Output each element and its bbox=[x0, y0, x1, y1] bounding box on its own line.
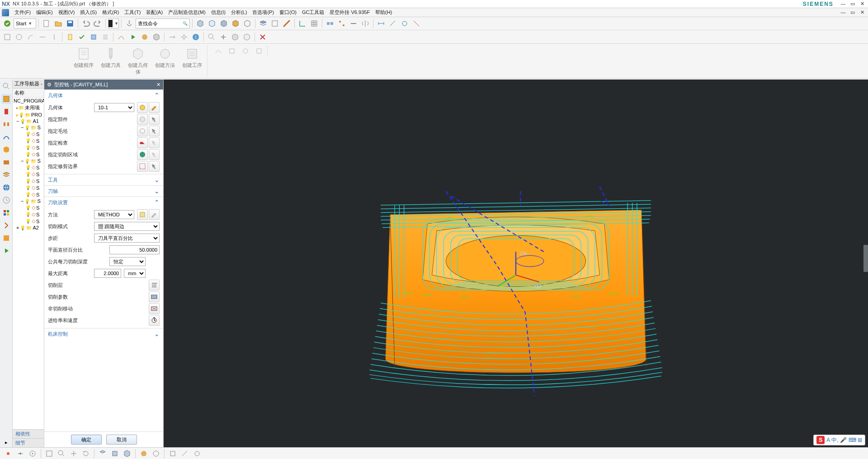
bot-misc-1[interactable] bbox=[167, 448, 178, 459]
nav-a1-s3[interactable]: −💡📁S bbox=[13, 198, 44, 204]
view-fit-icon[interactable] bbox=[44, 448, 55, 459]
clip-icon[interactable] bbox=[269, 18, 280, 29]
view-pan-icon[interactable] bbox=[68, 448, 79, 459]
cam-cube1-icon[interactable] bbox=[230, 32, 241, 42]
menu-prefs[interactable]: 首选项(P) bbox=[250, 8, 277, 17]
maxdist-unit-select[interactable]: mm bbox=[124, 269, 146, 278]
menu-pmi[interactable]: 产品制造信息(M) bbox=[165, 8, 208, 17]
misc-icon-4[interactable] bbox=[254, 46, 264, 56]
operation-navigator-tab[interactable] bbox=[1, 94, 11, 104]
cam-post-icon[interactable] bbox=[88, 32, 99, 42]
cam-info-icon[interactable]: i bbox=[190, 32, 201, 42]
find-tab-icon[interactable] bbox=[1, 81, 11, 91]
dim2-icon[interactable] bbox=[387, 18, 398, 29]
bot-misc-3[interactable] bbox=[192, 448, 203, 459]
new-file-button[interactable] bbox=[41, 18, 52, 29]
bot-misc-2[interactable] bbox=[179, 448, 190, 459]
create-operation-button[interactable]: 创建工序 bbox=[180, 46, 204, 76]
wire-icon[interactable] bbox=[151, 448, 161, 459]
menu-edit[interactable]: 编辑(E) bbox=[33, 8, 56, 17]
specify-part-show-button[interactable] bbox=[149, 114, 160, 125]
layer-tab[interactable] bbox=[1, 170, 11, 180]
menu-tools[interactable]: 工具(T) bbox=[122, 8, 143, 17]
nav-prog[interactable]: ▸💡📁PRO bbox=[13, 112, 44, 118]
maxdist-input[interactable] bbox=[94, 269, 121, 278]
doc-restore-button[interactable]: ▭ bbox=[849, 9, 857, 15]
specify-trim-select-button[interactable] bbox=[137, 161, 148, 172]
step-select[interactable]: 刀具平直百分比 bbox=[94, 234, 160, 243]
dialog-close-button[interactable]: ✕ bbox=[156, 82, 160, 88]
part-navigator-tab[interactable] bbox=[1, 132, 11, 142]
nav-a2[interactable]: +💡📁A2 bbox=[13, 225, 44, 231]
nav-op-11[interactable]: 💡◇S bbox=[13, 211, 44, 218]
view-wire-icon[interactable] bbox=[242, 18, 253, 29]
web-tab[interactable] bbox=[1, 183, 11, 192]
nav-op-1[interactable]: 💡◇S bbox=[13, 131, 44, 137]
noncut-button[interactable] bbox=[149, 303, 160, 314]
cam-opt-icon[interactable] bbox=[179, 32, 189, 42]
dim3-icon[interactable] bbox=[399, 18, 410, 29]
menu-help[interactable]: 帮助(H) bbox=[373, 8, 395, 17]
cut-mode-select[interactable]: ▦ 跟随周边 bbox=[94, 222, 160, 231]
depthpercut-select[interactable]: 恒定 bbox=[109, 257, 146, 266]
undo-button[interactable] bbox=[80, 18, 91, 29]
nav-op-4[interactable]: 💡◇S bbox=[13, 151, 44, 158]
specify-cutarea-show-button[interactable] bbox=[149, 149, 160, 160]
view-cube-icon[interactable] bbox=[195, 18, 206, 29]
explode-icon[interactable] bbox=[336, 18, 347, 29]
menu-analyze[interactable]: 分析(L) bbox=[228, 8, 250, 17]
cam-toolpath-icon[interactable] bbox=[116, 32, 127, 42]
cam-simulate-icon[interactable] bbox=[139, 32, 150, 42]
graphics-viewport[interactable]: ZM XM bbox=[164, 80, 868, 447]
mirror-icon[interactable] bbox=[360, 18, 371, 29]
cam-generate-icon[interactable] bbox=[65, 32, 75, 42]
reuse-library-tab[interactable] bbox=[1, 157, 11, 167]
nav-tab-detail[interactable]: 细节 bbox=[13, 438, 44, 447]
specify-blank-show-button[interactable] bbox=[149, 126, 160, 136]
snap-mid-icon[interactable] bbox=[15, 448, 26, 459]
cam-btn-4[interactable] bbox=[37, 32, 48, 42]
view-cube2-icon[interactable] bbox=[207, 18, 217, 29]
misc-icon-1[interactable] bbox=[213, 46, 224, 56]
ok-button[interactable]: 确定 bbox=[71, 435, 102, 445]
menu-window[interactable]: 窗口(O) bbox=[277, 8, 299, 17]
color-swatch[interactable]: ▼ bbox=[108, 19, 119, 28]
cam-feed-icon[interactable] bbox=[167, 32, 178, 42]
specify-cutarea-select-button[interactable] bbox=[137, 149, 148, 160]
dim-icon[interactable] bbox=[376, 18, 387, 29]
gear-icon[interactable]: ⚙ bbox=[47, 82, 52, 88]
cancel-button[interactable]: 取消 bbox=[106, 435, 137, 445]
nav-op-12[interactable]: 💡◇S bbox=[13, 218, 44, 225]
specify-check-select-button[interactable] bbox=[137, 137, 148, 148]
grid-icon[interactable] bbox=[309, 18, 320, 29]
section-geometry-header[interactable]: 几何体 ⌃ bbox=[44, 89, 163, 101]
nav-op-2[interactable]: 💡◇S bbox=[13, 137, 44, 144]
nav-op-7[interactable]: 💡◇S bbox=[13, 178, 44, 184]
cam-btn-1[interactable] bbox=[2, 32, 13, 42]
geometry-select[interactable]: 10-1 bbox=[94, 103, 134, 112]
create-geometry-button[interactable]: 创建几何体 bbox=[126, 46, 150, 76]
specify-blank-select-button[interactable] bbox=[137, 126, 148, 136]
menu-format[interactable]: 格式(R) bbox=[99, 8, 122, 17]
command-finder[interactable]: 查找命令🔍 bbox=[136, 19, 190, 28]
cam-btn-3[interactable] bbox=[25, 32, 36, 42]
create-program-button[interactable]: 创建程序 bbox=[71, 46, 96, 76]
constraint-icon[interactable] bbox=[348, 18, 359, 29]
cam-delete-icon[interactable] bbox=[257, 32, 268, 42]
nav-unused[interactable]: ▸📁未用项 bbox=[13, 104, 44, 112]
nav-a1-s2[interactable]: −💡📁S bbox=[13, 158, 44, 164]
nav-op-9[interactable]: 💡◇S bbox=[13, 191, 44, 198]
nav-root[interactable]: NC_PROGRAM bbox=[13, 98, 44, 104]
nav-op-6[interactable]: 💡◇S bbox=[13, 171, 44, 178]
restore-button[interactable]: ▭ bbox=[849, 1, 857, 7]
view-zoom-icon[interactable] bbox=[56, 448, 67, 459]
cutparams-button[interactable] bbox=[149, 291, 160, 302]
section-machinectrl-header[interactable]: 机床控制 ⌄ bbox=[44, 328, 163, 339]
nav-op-5[interactable]: 💡◇S bbox=[13, 164, 44, 171]
cam-add-icon[interactable] bbox=[218, 32, 229, 42]
cam-stock-icon[interactable] bbox=[151, 32, 162, 42]
cam-verify-icon[interactable] bbox=[76, 32, 87, 42]
cam-list-icon[interactable] bbox=[100, 32, 111, 42]
cam-play-icon[interactable] bbox=[127, 32, 138, 42]
cutlevels-button[interactable] bbox=[149, 280, 160, 290]
